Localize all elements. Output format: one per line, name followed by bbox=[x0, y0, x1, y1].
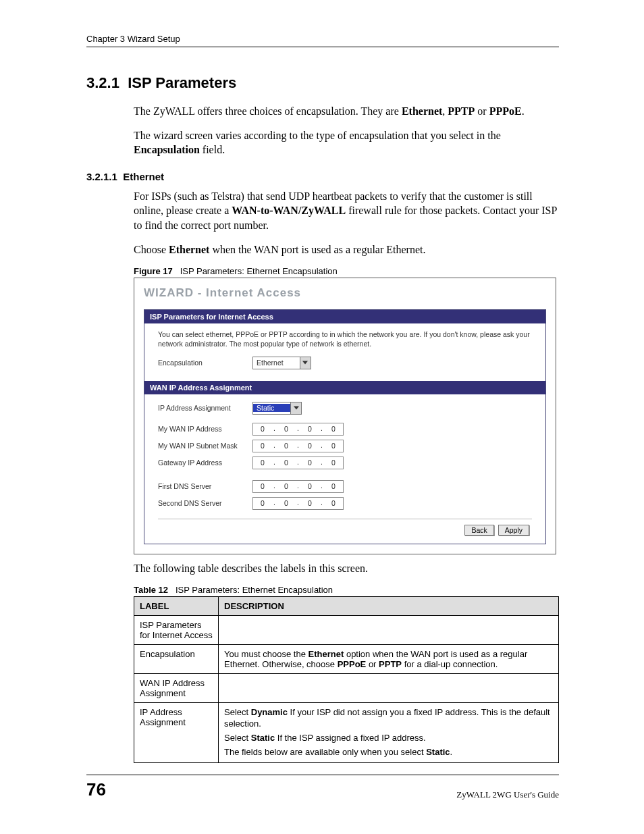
back-button[interactable]: Back bbox=[464, 525, 493, 536]
row-encap-label: Encapsulation bbox=[134, 645, 219, 674]
chevron-down-icon bbox=[290, 402, 301, 414]
intro-para-2: The wizard screen varies according to th… bbox=[134, 128, 559, 157]
label-encapsulation: Encapsulation bbox=[158, 359, 252, 367]
subsection-heading: 3.2.1.1 Ethernet bbox=[86, 171, 559, 182]
encapsulation-select[interactable]: Ethernet bbox=[252, 357, 311, 369]
section-number: 3.2.1 bbox=[86, 74, 119, 91]
wizard-title: WIZARD - Internet Access bbox=[144, 286, 546, 300]
section-bar-wan: WAN IP Address Assignment bbox=[144, 381, 545, 394]
row-wan-label: WAN IP Address Assignment bbox=[134, 674, 219, 703]
row-ipassign-desc: Select Dynamic If your ISP did not assig… bbox=[219, 703, 559, 763]
section-heading: 3.2.1 ISP Parameters bbox=[86, 74, 559, 92]
footer-guide: ZyWALL 2WG User's Guide bbox=[456, 789, 559, 800]
label-ip-assignment: IP Address Assignment bbox=[158, 404, 252, 412]
subnet-input[interactable]: 0.0.0.0 bbox=[252, 440, 344, 452]
label-subnet: My WAN IP Subnet Mask bbox=[158, 442, 252, 450]
wizard-description: You can select ethernet, PPPoE or PPTP a… bbox=[158, 323, 532, 354]
chevron-down-icon bbox=[300, 357, 311, 369]
section-title: ISP Parameters bbox=[128, 74, 236, 91]
ip-assignment-select[interactable]: Static bbox=[252, 402, 302, 415]
row-wan-desc bbox=[219, 674, 559, 703]
ethernet-para-1: For ISPs (such as Telstra) that send UDP… bbox=[134, 189, 559, 233]
row-isp-desc bbox=[219, 616, 559, 645]
label-gateway: Gateway IP Address bbox=[158, 459, 252, 467]
chapter-header: Chapter 3 Wizard Setup bbox=[86, 34, 559, 47]
label-wan-ip: My WAN IP Address bbox=[158, 425, 252, 433]
wizard-screenshot: WIZARD - Internet Access ISP Parameters … bbox=[134, 278, 556, 554]
table-intro: The following table describes the labels… bbox=[134, 561, 559, 576]
gateway-input[interactable]: 0.0.0.0 bbox=[252, 457, 344, 469]
description-table: LABEL DESCRIPTION ISP Parameters for Int… bbox=[134, 596, 559, 763]
subsection-title: Ethernet bbox=[123, 171, 164, 182]
page-number: 76 bbox=[86, 779, 106, 800]
table-caption: Table 12 ISP Parameters: Ethernet Encaps… bbox=[134, 585, 559, 595]
apply-button[interactable]: Apply bbox=[498, 525, 529, 536]
th-description: DESCRIPTION bbox=[219, 597, 559, 616]
wan-ip-input[interactable]: 0.0.0.0 bbox=[252, 423, 344, 436]
dns2-input[interactable]: 0.0.0.0 bbox=[252, 497, 344, 510]
dns1-input[interactable]: 0.0.0.0 bbox=[252, 480, 344, 493]
section-bar-isp: ISP Parameters for Internet Access bbox=[144, 310, 545, 323]
intro-para-1: The ZyWALL offers three choices of encap… bbox=[134, 104, 559, 119]
th-label: LABEL bbox=[134, 597, 219, 616]
figure-caption: Figure 17 ISP Parameters: Ethernet Encap… bbox=[134, 266, 559, 276]
label-dns2: Second DNS Server bbox=[158, 499, 252, 507]
row-encap-desc: You must choose the Ethernet option when… bbox=[219, 645, 559, 674]
subsection-number: 3.2.1.1 bbox=[86, 171, 117, 182]
row-ipassign-label: IP Address Assignment bbox=[134, 703, 219, 763]
label-dns1: First DNS Server bbox=[158, 482, 252, 490]
row-isp-label: ISP Parameters for Internet Access bbox=[134, 616, 219, 645]
ethernet-para-2: Choose Ethernet when the WAN port is use… bbox=[134, 242, 559, 257]
